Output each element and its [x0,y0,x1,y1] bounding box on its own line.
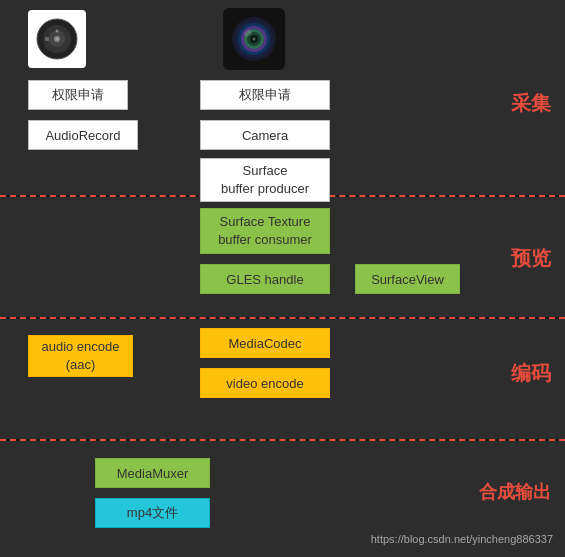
camera-box: Camera [200,120,330,150]
media-codec-box: MediaCodec [200,328,330,358]
surface-buffer-producer-label: Surface buffer producer [221,162,309,198]
audio-encode-box: audio encode (aac) [28,335,133,377]
speaker-icon [28,10,86,68]
svg-rect-6 [45,37,49,41]
video-encode-box: video encode [200,368,330,398]
surface-buffer-producer-box: Surface buffer producer [200,158,330,202]
divider-2 [0,317,565,319]
section-label-encode: 编码 [511,360,551,387]
section-label-preview: 预览 [511,245,551,272]
permission-camera-box: 权限申请 [200,80,330,110]
divider-3 [0,439,565,441]
surface-view-box: SurfaceView [355,264,460,294]
svg-point-5 [56,30,59,33]
audio-encode-label: audio encode (aac) [41,338,119,374]
main-container: 采集 预览 编码 合成输出 权限申请 [0,0,565,557]
surface-texture-consumer-label: Surface Texture buffer consumer [218,213,312,249]
mp4-file-box: mp4文件 [95,498,210,528]
audio-record-box: AudioRecord [28,120,138,150]
section-label-output: 合成输出 [479,480,551,504]
gles-handle-box: GLES handle [200,264,330,294]
svg-point-14 [253,38,256,41]
section-label-capture: 采集 [511,90,551,117]
svg-point-4 [56,38,58,40]
camera-icon [223,8,285,70]
surface-texture-consumer-box: Surface Texture buffer consumer [200,208,330,254]
permission-audio-box: 权限申请 [28,80,128,110]
media-muxer-box: MediaMuxer [95,458,210,488]
watermark: https://blog.csdn.net/yincheng886337 [371,533,553,545]
